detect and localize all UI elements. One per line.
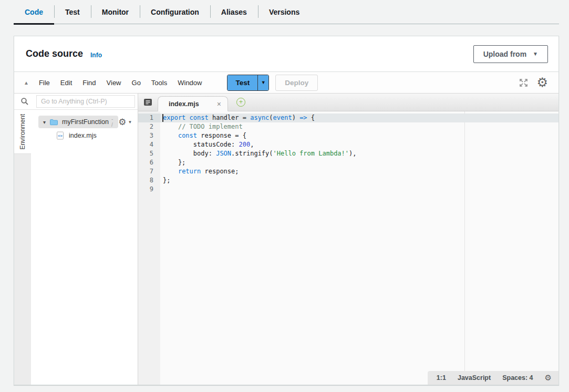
test-dropdown-caret[interactable]: ▼ (257, 75, 268, 90)
collapse-editor-icon[interactable]: ▲ (22, 80, 34, 86)
line-number: 8 (138, 176, 160, 185)
editor-statusbar: 1:1 JavaScript Spaces: 4 ⚙ (428, 371, 558, 385)
new-tab-icon[interactable]: + (236, 98, 245, 107)
js-file-icon: <> (56, 131, 64, 140)
indentation-setting[interactable]: Spaces: 4 (502, 374, 533, 381)
menu-go[interactable]: Go (127, 79, 146, 87)
code-line[interactable]: body: JSON.stringify('Hello from Lambda!… (160, 149, 558, 158)
panel-header: Code source Info Upload from ▼ (14, 36, 558, 71)
cursor-position[interactable]: 1:1 (437, 374, 446, 381)
file-name: index.mjs (69, 132, 97, 139)
editor-settings-gear-icon[interactable]: ⚙ (536, 76, 548, 89)
tab-aliases[interactable]: Aliases (210, 0, 258, 24)
function-tabs-bar: CodeTestMonitorConfigurationAliasesVersi… (0, 0, 569, 24)
environment-tab-label: Environment (19, 114, 26, 149)
code-line[interactable] (160, 185, 558, 194)
code-lines[interactable]: export const handler = async(event) => {… (160, 111, 558, 385)
tab-test[interactable]: Test (54, 0, 91, 24)
line-number: 7 (138, 167, 160, 176)
sidebar-body: Environment ▾ (14, 110, 138, 385)
file-sidebar: Environment ▾ (14, 94, 138, 385)
code-line[interactable]: }; (160, 158, 558, 167)
expander-icon[interactable]: ▾ (43, 119, 46, 125)
code-line[interactable]: return response; (160, 167, 558, 176)
caret-down-icon: ▼ (533, 51, 538, 57)
line-number: 3 (138, 131, 160, 140)
tab-code[interactable]: Code (14, 0, 54, 24)
line-number: 4 (138, 140, 160, 149)
editor-tabbar: index.mjs × + (138, 94, 558, 111)
menu-window[interactable]: Window (172, 79, 207, 87)
code-line[interactable]: }; (160, 176, 558, 185)
search-icon (20, 97, 29, 106)
line-number: 9 (138, 185, 160, 194)
menubar-right-icons: ⚙ (519, 76, 550, 89)
goto-anything-row (14, 94, 138, 110)
page-title: Code source (26, 48, 83, 59)
sidebar-tab-strip: Environment (14, 110, 31, 385)
upload-from-button[interactable]: Upload from ▼ (473, 45, 548, 63)
editor-tab-label: index.mjs (169, 100, 199, 108)
upload-from-label: Upload from (483, 50, 526, 58)
editor-tab-indexmjs[interactable]: index.mjs × (158, 96, 228, 111)
menu-find[interactable]: Find (77, 79, 101, 87)
folder-item-myfirstfunction[interactable]: ▾ myFirstFunction - / (38, 116, 118, 128)
editor-body: Environment ▾ (14, 94, 558, 385)
gutter: 123456789 (138, 111, 160, 385)
tab-list-icon[interactable] (143, 98, 152, 106)
folder-path-suffix: - / (111, 116, 113, 128)
menubar-menus: FileEditFindViewGoToolsWindow (34, 79, 208, 87)
tab-monitor[interactable]: Monitor (91, 0, 140, 24)
line-number: 2 (138, 122, 160, 131)
menu-file[interactable]: File (34, 79, 55, 87)
menu-view[interactable]: View (101, 79, 127, 87)
code-line[interactable]: // TODO implement (160, 122, 558, 131)
sidebar-strip-filler (14, 153, 31, 385)
top-tabs: CodeTestMonitorConfigurationAliasesVersi… (14, 0, 569, 24)
editor-menubar: ▲ FileEditFindViewGoToolsWindow Test ▼ D… (14, 72, 558, 94)
code-line[interactable]: statusCode: 200, (160, 140, 558, 149)
goto-anything-input[interactable] (36, 95, 135, 108)
folder-icon (49, 119, 58, 126)
tree-row: ▾ myFirstFunction - / ⚙ (31, 115, 139, 129)
line-number: 5 (138, 149, 160, 158)
language-mode[interactable]: JavaScript (458, 374, 491, 381)
statusbar-gear-icon[interactable]: ⚙ (545, 374, 552, 382)
line-number: 6 (138, 158, 160, 167)
file-item-indexmjs[interactable]: <> index.mjs (31, 129, 139, 142)
tab-versions[interactable]: Versions (258, 0, 311, 24)
deploy-button[interactable]: Deploy (275, 75, 318, 91)
test-button[interactable]: Test (227, 75, 257, 90)
fullscreen-icon[interactable] (519, 78, 529, 88)
code-source-panel: Code source Info Upload from ▼ ▲ FileEdi… (14, 36, 559, 385)
environment-tab[interactable]: Environment (14, 110, 31, 153)
line-number: 1 (138, 114, 160, 122)
code-line[interactable]: export const handler = async(event) => { (160, 114, 558, 122)
test-split-button: Test ▼ (227, 75, 269, 91)
tree-settings-button[interactable]: ⚙ ▼ (118, 118, 132, 127)
svg-text:<>: <> (58, 133, 63, 138)
text-cursor (162, 114, 163, 122)
info-link[interactable]: Info (90, 51, 102, 59)
tab-configuration[interactable]: Configuration (140, 0, 210, 24)
editor-chrome: ▲ FileEditFindViewGoToolsWindow Test ▼ D… (14, 71, 558, 385)
folder-name: myFirstFunction (62, 118, 109, 126)
file-tree: ▾ myFirstFunction - / ⚙ (31, 110, 139, 385)
tree-gear-caret-icon: ▼ (128, 120, 132, 125)
code-line[interactable]: const response = { (160, 131, 558, 140)
tab-close-icon[interactable]: × (217, 100, 221, 108)
menu-tools[interactable]: Tools (146, 79, 172, 87)
code-editor: index.mjs × + 123456789 export const han… (138, 94, 558, 385)
tree-gear-icon: ⚙ (118, 118, 126, 127)
menu-edit[interactable]: Edit (55, 79, 77, 87)
code-area: 123456789 export const handler = async(e… (138, 111, 558, 385)
